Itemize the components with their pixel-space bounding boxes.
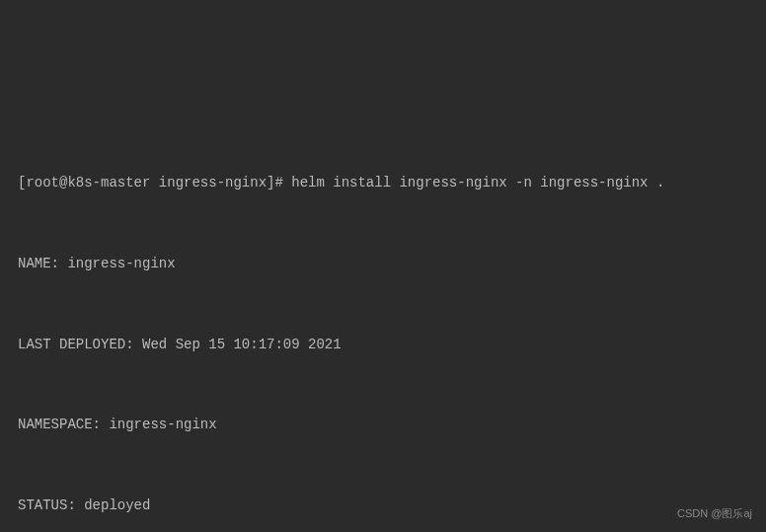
terminal-line: NAMESPACE: ingress-nginx [18, 412, 748, 438]
watermark-text: CSDN @图乐aj [677, 503, 752, 524]
terminal-output: [root@k8s-master ingress-nginx]# helm in… [18, 115, 748, 532]
terminal-line: LAST DEPLOYED: Wed Sep 15 10:17:09 2021 [18, 332, 748, 358]
terminal-line: STATUS: deployed [18, 493, 748, 519]
terminal-line: [root@k8s-master ingress-nginx]# helm in… [18, 170, 748, 196]
terminal-line: NAME: ingress-nginx [18, 251, 748, 277]
